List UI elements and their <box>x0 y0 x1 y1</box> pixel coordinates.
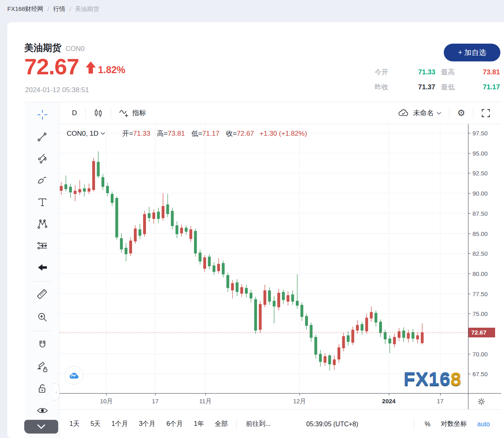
drawing-toolbar: ‹ <box>25 102 59 438</box>
breadcrumb-item[interactable]: FX168财经网 <box>7 5 43 13</box>
range-button[interactable]: 6个月 <box>167 420 183 428</box>
tray-collapse-button[interactable] <box>24 420 58 434</box>
candle <box>356 320 359 334</box>
clock-label[interactable]: 05:39:05 (UTC+8) <box>306 421 358 428</box>
candle <box>314 335 317 359</box>
range-button[interactable]: 5天 <box>91 420 101 428</box>
quote-timestamp: 2024-01-12 05:38:51 <box>25 86 89 94</box>
add-watchlist-button[interactable]: + 加自选 <box>444 44 500 61</box>
indicators-button[interactable]: 指标 <box>116 107 148 120</box>
candle <box>277 289 280 311</box>
stat-label: 昨收 <box>375 82 392 92</box>
candle <box>370 306 373 322</box>
candle <box>305 314 308 330</box>
candle <box>64 175 67 192</box>
stat-value: 73.81 <box>464 68 500 76</box>
candle <box>375 310 377 326</box>
candle <box>384 330 387 344</box>
candle <box>152 209 155 224</box>
y-axis-label: 80.00 <box>472 270 488 277</box>
gann-fib-tool-icon[interactable] <box>25 147 59 169</box>
layout-button[interactable]: 未命名 <box>395 107 444 120</box>
chart-plot-area[interactable]: CON0, 1D 开=71.33高=73.81低=71.17收=72.67 +1… <box>59 124 468 393</box>
drawing-lock-tool-icon[interactable] <box>25 356 59 378</box>
range-button[interactable]: 3个月 <box>139 420 156 428</box>
candle <box>342 333 345 352</box>
x-axis-tick <box>299 394 300 396</box>
candle <box>273 296 276 324</box>
candle <box>213 262 215 275</box>
main-card: 美油期货CON0 72.67 1.82% 2024-01-12 05:38:51… <box>7 22 504 438</box>
candle <box>115 196 118 240</box>
chart-style-button[interactable] <box>91 106 105 120</box>
interval-button[interactable]: D <box>69 107 80 119</box>
bottom-toolbar: 1天5天1个月3个月6个月1年全部 前往到... 05:39:05 (UTC+8… <box>59 409 501 438</box>
candle <box>222 261 225 278</box>
range-button[interactable]: 全部 <box>215 420 228 428</box>
price-axis[interactable]: 97.5095.0092.5090.0087.5085.0082.5080.00… <box>468 124 501 409</box>
forecast-tool-icon[interactable] <box>25 235 59 257</box>
candle <box>361 322 363 335</box>
breadcrumb-item[interactable]: 行情 <box>53 5 65 13</box>
toolbar-divider <box>449 108 449 118</box>
cloud-check-icon <box>397 108 410 118</box>
percent-scale-toggle[interactable]: % <box>425 421 430 428</box>
goto-date-button[interactable]: 前往到... <box>246 420 270 428</box>
range-button[interactable]: 1天 <box>70 420 80 428</box>
range-button[interactable]: 1个月 <box>112 420 128 428</box>
trend-line-tool-icon[interactable] <box>25 126 59 147</box>
candle <box>254 297 257 334</box>
fullscreen-button[interactable] <box>479 107 493 120</box>
candle <box>319 350 322 367</box>
xabcd-pattern-tool-icon[interactable] <box>25 213 59 235</box>
candle <box>143 211 146 237</box>
candle <box>162 193 164 221</box>
legend-symbol-label: CON0, 1D <box>67 130 98 138</box>
toolbar-collapse-handle[interactable]: ‹ <box>53 383 59 400</box>
candle <box>421 323 424 344</box>
legend-symbol[interactable]: CON0, 1D <box>67 130 105 138</box>
text-tool-icon[interactable] <box>25 191 59 213</box>
settings-gear-icon[interactable]: ⚙ <box>455 108 468 118</box>
stat-label: 最高 <box>441 67 459 77</box>
candle <box>120 234 123 253</box>
candle <box>208 254 211 270</box>
candle <box>365 314 368 334</box>
candles-icon <box>93 108 103 118</box>
y-axis-tick <box>468 234 470 234</box>
toolbar-divider <box>33 331 51 331</box>
zoom-in-tool-icon[interactable] <box>25 306 59 328</box>
toolbar-divider <box>85 108 86 118</box>
back-arrow-icon[interactable] <box>25 257 59 278</box>
chart-toolbar: D 指标 未命名 <box>59 102 501 124</box>
chart-legend: CON0, 1D 开=71.33高=73.81低=71.17收=72.67 +1… <box>67 129 307 138</box>
candle <box>296 274 299 309</box>
hide-all-tool-icon[interactable] <box>25 400 59 421</box>
candle <box>175 221 178 238</box>
crosshair-tool-icon[interactable] <box>25 104 59 126</box>
log-scale-toggle[interactable]: 对数坐标 <box>441 420 467 428</box>
sun-theme-icon[interactable] <box>477 398 485 406</box>
candle <box>264 285 266 307</box>
fullscreen-icon <box>481 108 491 118</box>
y-axis-tick <box>468 193 470 194</box>
y-axis-label: 77.50 <box>472 290 488 297</box>
candle <box>101 174 104 190</box>
watermark-gold: 8 <box>451 368 462 390</box>
y-axis-label: 87.50 <box>472 210 488 217</box>
x-axis-tick <box>205 394 206 396</box>
brush-tool-icon[interactable] <box>25 169 59 191</box>
toolbar-divider <box>33 281 51 282</box>
toolbar-divider <box>414 419 414 429</box>
range-button[interactable]: 1年 <box>194 420 204 428</box>
y-axis-label: 82.50 <box>472 250 488 257</box>
auto-scale-toggle[interactable]: auto <box>477 421 490 428</box>
publish-cloud-button[interactable] <box>65 366 83 385</box>
time-axis[interactable]: 10月1711月12月202417 <box>59 393 468 409</box>
ruler-tool-icon[interactable] <box>25 284 59 306</box>
candle <box>157 208 160 223</box>
candle <box>83 184 86 196</box>
candlestick-chart[interactable] <box>59 124 468 393</box>
candle <box>97 152 100 178</box>
magnet-tool-icon[interactable] <box>25 334 59 356</box>
